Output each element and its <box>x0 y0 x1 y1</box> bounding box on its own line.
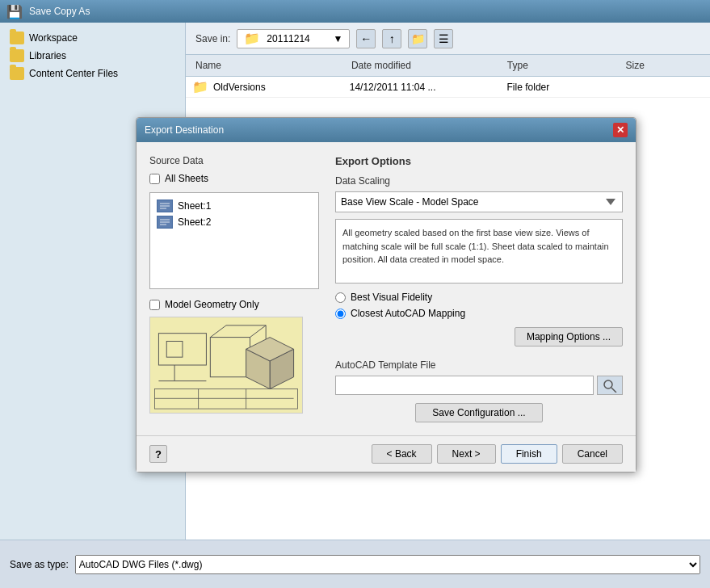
sidebar-label-libraries: Libraries <box>29 50 66 61</box>
nav-back-btn[interactable]: ← <box>356 29 376 48</box>
export-options-title: Export Options <box>335 155 623 167</box>
save-type-dropdown[interactable]: AutoCAD DWG Files (*.dwg) <box>75 555 700 574</box>
all-sheets-checkbox[interactable] <box>149 174 160 184</box>
back-button[interactable]: < Back <box>372 444 432 464</box>
sidebar-label-workspace: Workspace <box>29 32 78 44</box>
folder-icon <box>10 49 24 62</box>
file-list-header: Name Date modified Type Size <box>186 55 710 77</box>
sheets-list: Sheet:1 Sheet:2 <box>149 192 319 289</box>
browse-icon <box>602 378 618 393</box>
sheet-icon-1 <box>157 200 173 212</box>
modal-footer: ? < Back Next > Finish Cancel <box>137 435 636 472</box>
radio-group: Best Visual Fidelity Closest AutoCAD Map… <box>335 292 623 319</box>
sheet-label-1: Sheet:1 <box>178 200 211 212</box>
nav-folder-btn[interactable]: 📁 <box>408 29 427 48</box>
col-name: Name <box>192 58 348 73</box>
radio-closest-mapping-label: Closest AutoCAD Mapping <box>351 308 465 319</box>
template-row <box>335 376 623 395</box>
save-type-label: Save as type: <box>10 559 69 570</box>
svg-point-26 <box>604 380 612 388</box>
file-type: File folder <box>507 82 625 93</box>
sidebar-item-content-center[interactable]: Content Center Files <box>6 65 179 82</box>
file-date: 14/12/2011 11:04 ... <box>350 82 507 93</box>
export-destination-modal: Export Destination ✕ Source Data All She… <box>136 117 636 472</box>
mapping-options-button[interactable]: Mapping Options ... <box>515 327 623 346</box>
save-type-bar: Save as type: AutoCAD DWG Files (*.dwg) <box>0 540 710 588</box>
sheet-label-2: Sheet:2 <box>178 216 211 228</box>
template-label: AutoCAD Template File <box>335 359 623 371</box>
radio-best-fidelity: Best Visual Fidelity <box>335 292 623 303</box>
preview-svg <box>150 317 302 413</box>
nav-up-btn[interactable]: ↑ <box>382 29 401 48</box>
save-configuration-button[interactable]: Save Configuration ... <box>415 403 542 422</box>
col-type: Type <box>504 58 623 73</box>
file-name: OldVersions <box>213 82 266 93</box>
sidebar-item-workspace[interactable]: Workspace <box>6 29 179 47</box>
data-scaling-dropdown[interactable]: Base View Scale - Model SpaceSheet Scale… <box>335 191 623 212</box>
next-button[interactable]: Next > <box>437 444 496 464</box>
cancel-button[interactable]: Cancel <box>562 444 623 464</box>
footer-right: < Back Next > Finish Cancel <box>372 444 623 464</box>
left-panel: Source Data All Sheets Shee <box>149 155 319 422</box>
save-toolbar: Save in: 📁 20111214 ▼ ← ↑ 📁 ☰ <box>186 23 710 55</box>
window-title: Save Copy As <box>29 6 90 17</box>
save-in-value: 20111214 <box>267 33 309 44</box>
radio-best-fidelity-label: Best Visual Fidelity <box>351 292 432 303</box>
source-data-title: Source Data <box>149 155 319 166</box>
all-sheets-row: All Sheets <box>149 173 319 184</box>
sheet-item-1[interactable]: Sheet:1 <box>157 200 312 212</box>
model-geo-row: Model Geometry Only <box>149 299 319 310</box>
folder-icon <box>10 67 24 80</box>
radio-closest-mapping-input[interactable] <box>335 309 346 319</box>
modal-titlebar: Export Destination ✕ <box>137 118 636 142</box>
help-button[interactable]: ? <box>149 445 167 463</box>
modal-close-button[interactable]: ✕ <box>613 123 628 137</box>
sheet-item-2[interactable]: Sheet:2 <box>157 216 312 229</box>
data-scaling-label: Data Scaling <box>335 175 623 187</box>
footer-left: ? <box>149 445 167 463</box>
preview-box <box>149 317 303 414</box>
description-box: All geometry scaled based on the first b… <box>335 219 623 284</box>
sheet-icon-2 <box>157 216 173 229</box>
sidebar-label-content: Content Center Files <box>29 68 118 79</box>
radio-best-fidelity-input[interactable] <box>335 292 346 303</box>
view-btn[interactable]: ☰ <box>434 29 453 48</box>
template-input[interactable] <box>335 376 594 395</box>
all-sheets-label: All Sheets <box>165 173 208 184</box>
col-size: Size <box>623 58 704 73</box>
right-panel: Export Options Data Scaling Base View Sc… <box>335 155 623 422</box>
file-list-row[interactable]: 📁 OldVersions 14/12/2011 11:04 ... File … <box>186 77 710 98</box>
model-geo-checkbox[interactable] <box>149 300 160 310</box>
radio-closest-mapping: Closest AutoCAD Mapping <box>335 308 623 319</box>
modal-title: Export Destination <box>145 124 224 136</box>
browse-button[interactable] <box>597 376 623 395</box>
col-date: Date modified <box>348 58 504 73</box>
save-in-label: Save in: <box>195 33 230 44</box>
title-bar: 💾 Save Copy As <box>0 0 710 23</box>
modal-body: Source Data All Sheets Shee <box>137 142 636 435</box>
folder-icon <box>10 32 24 44</box>
save-in-dropdown[interactable]: 📁 20111214 ▼ <box>237 29 350 48</box>
sidebar-item-libraries[interactable]: Libraries <box>6 47 179 65</box>
model-geo-label: Model Geometry Only <box>165 299 259 310</box>
svg-line-27 <box>611 388 616 393</box>
finish-button[interactable]: Finish <box>501 444 557 464</box>
